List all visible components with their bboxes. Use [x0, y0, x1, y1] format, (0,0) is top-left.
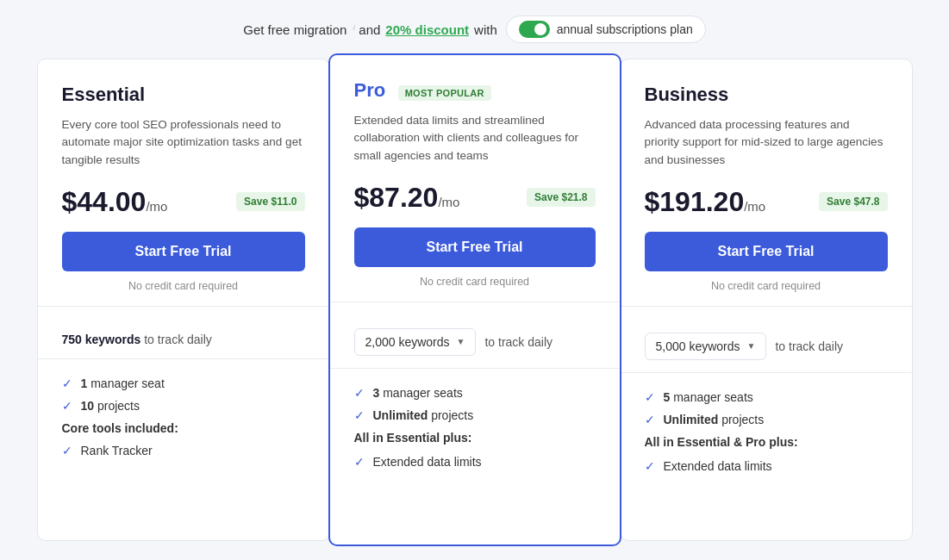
discount-text: 20% discount	[385, 22, 469, 37]
business-plan-name: Business	[645, 84, 888, 106]
feature-rank-tracker: ✓ Rank Tracker	[62, 444, 305, 457]
toggle-label: annual subscriptions plan	[557, 22, 693, 36]
business-feature-manager-seats: ✓ 5 manager seats	[645, 390, 888, 404]
essential-no-credit: No credit card required	[62, 280, 305, 292]
business-keywords-suffix: to track daily	[775, 339, 843, 353]
pro-divider2	[330, 368, 620, 369]
essential-divider	[38, 306, 329, 307]
top-bar: Get free migration ⁱ and 20% discount wi…	[0, 0, 949, 59]
essential-card: Essential Every core tool SEO profession…	[37, 59, 330, 541]
pro-all-in-label: All in Essential plus:	[354, 431, 596, 445]
check-icon-9: ✓	[645, 459, 655, 473]
business-save-badge: Save $47.8	[819, 192, 887, 211]
essential-features: ✓ 1 manager seat ✓ 10 projects Core tool…	[62, 373, 305, 457]
business-desc: Advanced data processing features and pr…	[645, 116, 888, 169]
business-trial-button[interactable]: Start Free Trial	[645, 232, 888, 271]
business-feature-extended-data: ✓ Extended data limits	[645, 459, 888, 473]
check-icon-7: ✓	[645, 390, 655, 404]
pro-card: Pro MOST POPULAR Extended data limits an…	[328, 53, 621, 546]
most-popular-badge: MOST POPULAR	[398, 85, 491, 101]
pro-price: $87.20/mo	[354, 182, 460, 214]
essential-divider2	[38, 358, 329, 359]
pro-features: ✓ 3 manager seats ✓ Unlimited projects A…	[354, 383, 596, 469]
pro-desc: Extended data limits and streamlined col…	[354, 112, 596, 165]
essential-header: Essential	[62, 84, 305, 106]
check-icon-6: ✓	[354, 455, 365, 469]
business-price: $191.20/mo	[645, 186, 766, 218]
migration-text: Get free migration	[243, 22, 347, 37]
annual-toggle-wrapper[interactable]: annual subscriptions plan	[506, 16, 706, 43]
check-icon: ✓	[62, 376, 72, 390]
chevron-down-icon-2: ▼	[747, 341, 756, 351]
pricing-cards: Essential Every core tool SEO profession…	[0, 59, 949, 558]
business-all-in-label: All in Essential & Pro plus:	[645, 435, 888, 449]
business-card: Business Advanced data processing featur…	[620, 59, 913, 541]
business-keywords-dropdown[interactable]: 5,000 keywords ▼	[645, 333, 767, 360]
essential-keywords-row: 750 keywords to track daily	[62, 320, 305, 358]
pro-no-credit: No credit card required	[354, 276, 596, 288]
pro-feature-projects: ✓ Unlimited projects	[354, 408, 596, 422]
with-text: with	[474, 22, 497, 37]
essential-keywords-static: 750 keywords to track daily	[62, 333, 212, 346]
annual-toggle[interactable]	[519, 21, 550, 38]
essential-price-row: $44.00/mo Save $11.0	[62, 186, 305, 218]
pro-keywords-row: 2,000 keywords ▼ to track daily	[354, 316, 596, 368]
business-price-row: $191.20/mo Save $47.8	[645, 186, 888, 218]
essential-plan-name: Essential	[62, 84, 305, 106]
check-icon-2: ✓	[62, 399, 72, 413]
and-text: and	[359, 22, 380, 37]
info-icon: ⁱ	[352, 23, 353, 36]
pro-price-row: $87.20/mo Save $21.8	[354, 182, 596, 214]
business-no-credit: No credit card required	[645, 280, 888, 292]
business-keywords-row: 5,000 keywords ▼ to track daily	[645, 320, 888, 372]
chevron-down-icon: ▼	[457, 337, 465, 346]
business-divider	[621, 306, 912, 307]
business-feature-projects: ✓ Unlimited projects	[645, 413, 888, 426]
essential-price: $44.00/mo	[62, 186, 168, 218]
pro-keywords-dropdown[interactable]: 2,000 keywords ▼	[354, 328, 477, 356]
check-icon-4: ✓	[354, 386, 365, 400]
check-icon-8: ✓	[645, 413, 655, 426]
pro-divider	[330, 302, 620, 302]
pro-keywords-suffix: to track daily	[484, 335, 553, 349]
pro-save-badge: Save $21.8	[527, 188, 595, 207]
essential-section-label: Core tools included:	[62, 421, 305, 435]
pro-feature-extended-data: ✓ Extended data limits	[354, 455, 596, 469]
pro-header: Pro MOST POPULAR	[354, 79, 596, 102]
essential-desc: Every core tool SEO professionals need t…	[62, 116, 305, 169]
feature-projects: ✓ 10 projects	[62, 399, 305, 413]
check-icon-5: ✓	[354, 408, 365, 422]
business-features: ✓ 5 manager seats ✓ Unlimited projects A…	[645, 387, 888, 473]
essential-save-badge: Save $11.0	[236, 192, 304, 211]
pro-feature-manager-seats: ✓ 3 manager seats	[354, 386, 596, 400]
business-header: Business	[645, 84, 888, 106]
check-icon-3: ✓	[62, 444, 72, 457]
pro-trial-button[interactable]: Start Free Trial	[354, 227, 596, 267]
pro-plan-name: Pro	[354, 79, 386, 101]
essential-trial-button[interactable]: Start Free Trial	[62, 232, 305, 271]
business-divider2	[621, 372, 912, 373]
feature-manager-seat: ✓ 1 manager seat	[62, 376, 305, 390]
